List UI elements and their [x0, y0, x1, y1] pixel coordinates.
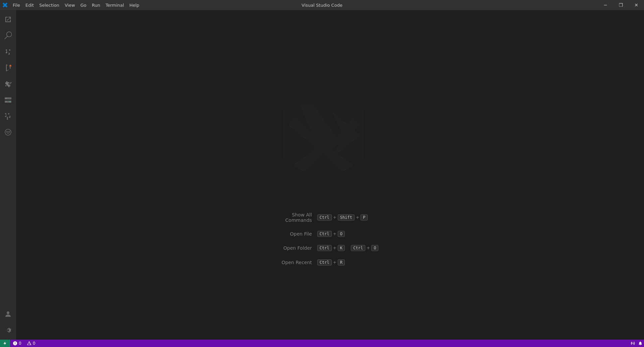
- svg-point-5: [10, 101, 11, 102]
- kbd-r: R: [338, 259, 345, 265]
- kbd-p: P: [361, 214, 368, 220]
- menu-edit[interactable]: Edit: [23, 0, 37, 10]
- kbd-ctrl2: Ctrl: [317, 231, 332, 237]
- svg-point-0: [9, 65, 11, 67]
- sidebar-item-copilot[interactable]: [0, 124, 16, 140]
- remote-badge[interactable]: [0, 340, 10, 347]
- sidebar-item-extensions[interactable]: [0, 76, 16, 92]
- open-folder-label: Open Folder: [282, 245, 312, 251]
- window-controls: ─ ❐ ✕: [598, 0, 644, 10]
- kbd-ctrl3: Ctrl: [317, 245, 332, 251]
- statusbar: 0 0: [0, 340, 644, 347]
- kbd-k: K: [338, 245, 345, 251]
- open-recent-label: Open Recent: [282, 260, 312, 265]
- editor-area: Show AllCommands Ctrl + Shift + P Open F…: [16, 10, 644, 340]
- vscode-logo: [0, 0, 10, 10]
- kbd-o2: O: [371, 245, 378, 251]
- svg-point-6: [5, 129, 11, 135]
- sidebar-item-explorer[interactable]: [0, 11, 16, 28]
- sidebar-item-settings[interactable]: [0, 322, 16, 338]
- menu-selection[interactable]: Selection: [37, 0, 62, 10]
- warnings-status[interactable]: 0: [24, 340, 38, 347]
- open-folder-shortcuts: Ctrl + K Ctrl + O: [317, 245, 379, 251]
- titlebar: File Edit Selection View Go Run Terminal…: [0, 0, 644, 10]
- sidebar-item-run-debug[interactable]: [0, 60, 16, 76]
- kbd-ctrl: Ctrl: [317, 214, 332, 220]
- menu-run[interactable]: Run: [89, 0, 103, 10]
- maximize-button[interactable]: ❐: [613, 0, 629, 10]
- sidebar-item-source-control[interactable]: [0, 44, 16, 60]
- show-all-commands-shortcuts: Ctrl + Shift + P: [317, 214, 379, 220]
- kbd-ctrl4: Ctrl: [351, 245, 365, 251]
- window-title: Visual Studio Code: [302, 3, 342, 8]
- kbd-o: O: [338, 231, 345, 237]
- main-area: Show AllCommands Ctrl + Shift + P Open F…: [0, 10, 644, 340]
- sidebar-item-account[interactable]: [0, 306, 16, 322]
- open-file-shortcuts: Ctrl + O: [317, 231, 379, 237]
- close-button[interactable]: ✕: [629, 0, 644, 10]
- menu-view[interactable]: View: [62, 0, 78, 10]
- errors-status[interactable]: 0: [10, 340, 24, 347]
- warning-icon: [27, 341, 32, 346]
- sidebar-item-git[interactable]: [0, 108, 16, 124]
- menu-help[interactable]: Help: [127, 0, 142, 10]
- kbd-ctrl5: Ctrl: [317, 259, 332, 265]
- svg-point-9: [7, 311, 9, 314]
- show-all-commands-label: Show AllCommands: [282, 212, 312, 223]
- bell-icon[interactable]: [637, 340, 644, 347]
- statusbar-left: 0 0: [0, 340, 38, 347]
- svg-point-8: [8, 131, 10, 133]
- sidebar-item-remote-explorer[interactable]: [0, 92, 16, 108]
- open-file-label: Open File: [282, 231, 312, 237]
- sidebar-item-search[interactable]: [0, 28, 16, 44]
- remote-icon: [3, 341, 7, 346]
- menu-file[interactable]: File: [10, 0, 23, 10]
- svg-point-7: [6, 131, 8, 133]
- warning-count: 0: [33, 341, 36, 346]
- kbd-shift: Shift: [338, 214, 355, 220]
- broadcast-icon[interactable]: [629, 340, 637, 347]
- svg-point-3: [6, 98, 7, 99]
- activity-bar-bottom: [0, 306, 16, 340]
- commands-grid: Show AllCommands Ctrl + Shift + P Open F…: [282, 212, 379, 265]
- vscode-watermark-logo: [273, 85, 387, 199]
- menu-terminal[interactable]: Terminal: [103, 0, 127, 10]
- menu-go[interactable]: Go: [78, 0, 89, 10]
- open-recent-shortcuts: Ctrl + R: [317, 259, 379, 265]
- error-icon: [13, 341, 17, 346]
- svg-point-4: [6, 101, 7, 102]
- activity-bar: [0, 10, 16, 340]
- welcome-screen: Show AllCommands Ctrl + Shift + P Open F…: [273, 85, 387, 265]
- statusbar-right: [629, 340, 644, 347]
- minimize-button[interactable]: ─: [598, 0, 613, 10]
- menu-bar: File Edit Selection View Go Run Terminal…: [10, 0, 142, 10]
- error-count: 0: [19, 341, 21, 346]
